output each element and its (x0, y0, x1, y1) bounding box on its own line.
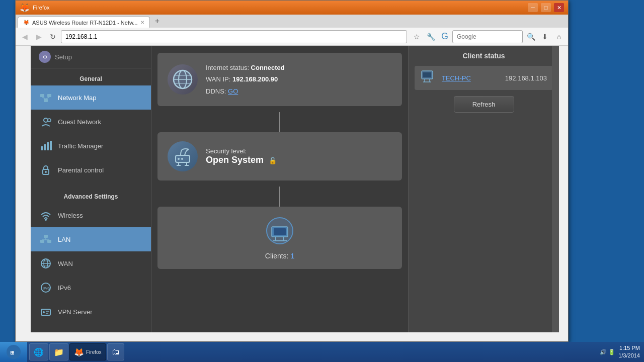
browser-tab-active[interactable]: 🦊 ASUS Wireless Router RT-N12D1 - Netw..… (18, 17, 150, 28)
svg-rect-0 (40, 94, 44, 97)
parental-control-icon (39, 163, 53, 177)
tab-bar: 🦊 ASUS Wireless Router RT-N12D1 - Netw..… (16, 15, 568, 28)
sidebar-item-guest-network[interactable]: Guest Network (31, 110, 151, 134)
back-button[interactable]: ◀ (19, 31, 31, 43)
svg-rect-8 (44, 144, 46, 150)
close-button[interactable]: ✕ (554, 3, 564, 12)
search-submit[interactable]: 🔍 (525, 31, 537, 43)
svg-point-38 (181, 158, 183, 160)
bookmark-button[interactable]: ☆ (411, 31, 423, 43)
network-main: Internet status: Connected WAN IP: 192.1… (151, 46, 408, 332)
sidebar-advanced-section: Advanced Settings Wireless (31, 186, 151, 328)
client-name[interactable]: TECH-PC (442, 74, 500, 82)
sidebar-item-ipv6[interactable]: IPv6 IPv6 (31, 276, 151, 300)
taskbar-firefox-button[interactable]: 🦊 Firefox (69, 343, 106, 360)
taskbar: ⊞ 🌐 📁 🦊 Firefox 🗂 🔊 🔋 1:15 PM 1/3/2014 (0, 342, 644, 362)
ddns-label: DDNS: (206, 87, 228, 95)
search-bar[interactable] (452, 30, 523, 43)
taskbar-pinned: 🌐 📁 🦊 Firefox 🗂 (27, 343, 126, 360)
nav-bar: ◀ ▶ ↻ ☆ 🔧 G 🔍 ⬇ ⌂ (16, 28, 568, 46)
maximize-button[interactable]: □ (541, 3, 551, 12)
taskbar-explorer-button[interactable]: 📁 (49, 343, 68, 360)
svg-text:IPv6: IPv6 (43, 287, 50, 290)
taskbar-icons-area: 🔊 🔋 (600, 349, 615, 355)
reload-button[interactable]: ↻ (47, 31, 59, 43)
traffic-manager-label: Traffic Manager (58, 142, 103, 150)
clients-count-label: Clients: 1 (265, 252, 294, 260)
address-bar[interactable] (61, 30, 407, 43)
new-tab-button[interactable]: + (152, 16, 162, 26)
security-system-value: Open System (206, 155, 264, 165)
client-status-title: Client status (415, 52, 553, 60)
nav-right: ☆ 🔧 (411, 31, 437, 43)
wan-label: WAN (58, 260, 73, 267)
minimize-button[interactable]: ─ (528, 3, 538, 12)
clients-count-value: 1 (290, 252, 294, 260)
svg-rect-7 (41, 146, 43, 150)
svg-rect-27 (41, 309, 50, 315)
internet-status-value: Connected (251, 64, 285, 71)
scrollbar[interactable] (552, 46, 559, 332)
sidebar-item-vpn-server[interactable]: VPN Server (31, 300, 151, 324)
clients-box: Clients: 1 (157, 207, 402, 269)
router-ui: ⚙ Setup General (31, 46, 559, 332)
svg-point-13 (45, 219, 47, 221)
router-icon (168, 141, 198, 171)
svg-rect-2 (44, 99, 48, 102)
taskbar-ie-button[interactable]: 🌐 (29, 343, 48, 360)
svg-rect-1 (47, 94, 51, 97)
sidebar-item-wireless[interactable]: Wireless (31, 203, 151, 227)
taskbar-filemanager-button[interactable]: 🗂 (107, 343, 124, 360)
sidebar-item-lan[interactable]: LAN (31, 227, 151, 251)
svg-point-5 (44, 118, 48, 122)
vpn-server-label: VPN Server (58, 308, 93, 316)
security-box: Security level: Open System 🔓 (157, 132, 402, 180)
start-button[interactable]: ⊞ (0, 342, 27, 362)
svg-rect-50 (423, 72, 431, 77)
security-info: Security level: Open System 🔓 (206, 147, 277, 165)
ddns-link[interactable]: GO (228, 87, 238, 95)
svg-point-12 (45, 171, 47, 173)
sidebar-item-parental-control[interactable]: Parental control (31, 158, 151, 182)
client-status-panel: Client status (408, 46, 559, 332)
internet-info: Internet status: Connected WAN IP: 192.1… (206, 62, 285, 97)
svg-text:⊞: ⊞ (10, 350, 14, 355)
search-icon: G (441, 31, 448, 42)
tools-button[interactable]: 🔧 (425, 31, 437, 43)
vpn-server-icon (39, 305, 53, 319)
lock-icon: 🔓 (269, 157, 277, 164)
tab-close-button[interactable]: ✕ (140, 20, 144, 25)
sidebar-item-traffic-manager[interactable]: Traffic Manager (31, 134, 151, 158)
wan-ip-value: 192.168.200.90 (232, 75, 278, 83)
svg-line-3 (42, 97, 46, 99)
security-level-label: Security level: (206, 147, 277, 155)
internet-status-box: Internet status: Connected WAN IP: 192.1… (157, 53, 402, 106)
sidebar-item-network-map[interactable]: Network Map (31, 85, 151, 110)
taskbar-right: 🔊 🔋 1:15 PM 1/3/2014 (596, 344, 644, 360)
sidebar-general-section: General Network Map (31, 68, 151, 186)
download-button[interactable]: ⬇ (539, 31, 551, 43)
svg-point-37 (178, 158, 180, 160)
guest-network-label: Guest Network (58, 118, 101, 126)
lan-label: LAN (58, 236, 70, 243)
svg-rect-14 (40, 240, 44, 243)
sidebar-setup[interactable]: ⚙ Setup (31, 46, 151, 68)
browser-window: 🦊 Firefox ─ □ ✕ 🦊 ASUS Wireless Router R… (15, 0, 569, 342)
forward-button[interactable]: ▶ (33, 31, 45, 43)
advanced-settings-header: Advanced Settings (31, 190, 151, 203)
client-row: TECH-PC 192.168.1.103 (415, 66, 553, 90)
wan-ip-label: WAN IP: (206, 75, 232, 83)
svg-point-28 (43, 311, 45, 313)
clock-time: 1:15 PM (618, 344, 640, 352)
sidebar: ⚙ Setup General (31, 46, 151, 332)
tab-label: ASUS Wireless Router RT-N12D1 - Netw... (32, 20, 137, 26)
svg-rect-16 (47, 240, 51, 243)
browser-titlebar: 🦊 Firefox ─ □ ✕ (16, 1, 568, 15)
svg-rect-10 (50, 141, 52, 150)
network-map-icon (39, 90, 53, 105)
browser-title: Firefox (33, 5, 525, 11)
home-button[interactable]: ⌂ (553, 31, 565, 43)
refresh-button[interactable]: Refresh (454, 96, 514, 113)
sidebar-item-wan[interactable]: WAN (31, 251, 151, 276)
clock-date: 1/3/2014 (618, 352, 640, 359)
